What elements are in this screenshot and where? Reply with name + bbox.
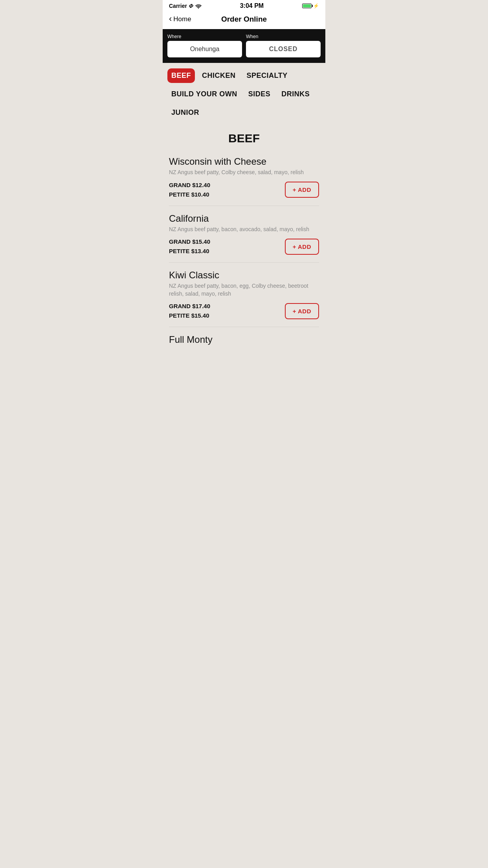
item-description: NZ Angus beef patty, bacon, avocado, sal… <box>169 226 319 234</box>
menu-item: Wisconsin with Cheese NZ Angus beef patt… <box>169 149 319 206</box>
status-right: ⚡ <box>302 3 319 9</box>
header-bar: Where Onehunga When CLOSED <box>163 29 325 63</box>
item-description: NZ Angus beef patty, bacon, egg, Colby c… <box>169 282 319 298</box>
item-prices: GRAND $17.40 PETITE $15.40 <box>169 302 210 320</box>
item-footer: GRAND $15.40 PETITE $13.40 + ADD <box>169 237 319 256</box>
battery-icon <box>302 4 312 8</box>
category-tabs: BEEF CHICKEN SPECIALTY BUILD YOUR OWN SI… <box>163 63 325 120</box>
petite-price: PETITE $13.40 <box>169 246 210 256</box>
tab-build-your-own[interactable]: BUILD YOUR OWN <box>167 87 241 101</box>
item-name: California <box>169 213 319 224</box>
tab-junior[interactable]: JUNIOR <box>167 105 203 120</box>
menu-list: Wisconsin with Cheese NZ Angus beef patt… <box>163 149 325 361</box>
tab-drinks[interactable]: DRINKS <box>277 87 314 101</box>
location-selector[interactable]: Onehunga <box>167 41 242 57</box>
add-button[interactable]: + ADD <box>285 239 319 255</box>
item-footer: GRAND $12.40 PETITE $10.40 + ADD <box>169 180 319 199</box>
item-prices: GRAND $12.40 PETITE $10.40 <box>169 180 210 199</box>
page-title: Order Online <box>221 15 267 24</box>
status-left: Carrier 𝛷 <box>169 3 202 9</box>
when-label: When <box>246 34 321 39</box>
menu-item: California NZ Angus beef patty, bacon, a… <box>169 206 319 263</box>
petite-price: PETITE $10.40 <box>169 190 210 199</box>
item-footer: GRAND $17.40 PETITE $15.40 + ADD <box>169 302 319 320</box>
nav-bar: ‹ Home Order Online <box>163 11 325 29</box>
item-prices: GRAND $15.40 PETITE $13.40 <box>169 237 210 256</box>
item-name: Kiwi Classic <box>169 270 319 281</box>
menu-item: Kiwi Classic NZ Angus beef patty, bacon,… <box>169 263 319 327</box>
item-name: Full Monty <box>169 334 319 345</box>
grand-price: GRAND $15.40 <box>169 237 210 246</box>
add-button[interactable]: + ADD <box>285 182 319 198</box>
menu-item: Full Monty <box>169 327 319 353</box>
item-description: NZ Angus beef patty, Colby cheese, salad… <box>169 169 319 177</box>
time-selector[interactable]: CLOSED <box>246 41 321 57</box>
where-field: Where Onehunga <box>167 34 242 57</box>
tabs-row-2: BUILD YOUR OWN SIDES DRINKS <box>167 87 321 101</box>
status-bar: Carrier 𝛷 3:04 PM ⚡ <box>163 0 325 11</box>
grand-price: GRAND $12.40 <box>169 180 210 190</box>
wifi-icon: 𝛷 <box>189 3 202 9</box>
when-field: When CLOSED <box>246 34 321 57</box>
item-name: Wisconsin with Cheese <box>169 156 319 167</box>
add-button[interactable]: + ADD <box>285 303 319 319</box>
back-button[interactable]: ‹ Home <box>169 15 191 24</box>
carrier-label: Carrier <box>169 3 187 9</box>
tabs-row-3: JUNIOR <box>167 105 321 120</box>
bolt-icon: ⚡ <box>313 3 319 9</box>
tab-chicken[interactable]: CHICKEN <box>198 68 240 83</box>
back-label: Home <box>173 15 191 23</box>
tab-beef[interactable]: BEEF <box>167 68 195 83</box>
tab-sides[interactable]: SIDES <box>244 87 275 101</box>
tab-specialty[interactable]: SPECIALTY <box>243 68 292 83</box>
section-title: BEEF <box>163 124 325 149</box>
grand-price: GRAND $17.40 <box>169 302 210 311</box>
tabs-row-1: BEEF CHICKEN SPECIALTY <box>167 68 321 83</box>
back-chevron-icon: ‹ <box>169 14 172 24</box>
petite-price: PETITE $15.40 <box>169 311 210 320</box>
status-time: 3:04 PM <box>240 2 264 9</box>
where-label: Where <box>167 34 242 39</box>
